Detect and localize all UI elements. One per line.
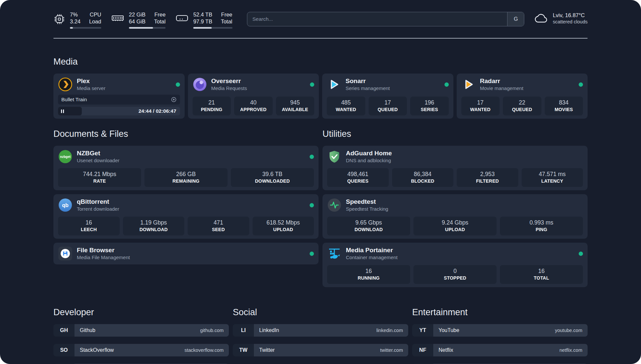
app-name: AdGuard Home <box>346 149 392 157</box>
utilities-column: Utilities AdGuard Home DNS and <box>322 129 588 287</box>
cpu-load: 3.24 <box>70 18 80 25</box>
app-name: qBittorrent <box>77 198 119 206</box>
sonarr-card[interactable]: Sonarr Series management 485 WANTED 17 Q… <box>322 74 453 119</box>
disk-free-label: Free <box>221 11 232 18</box>
stat-remaining: 266 GB REMAINING <box>144 168 228 187</box>
ram-free: 22 GiB <box>129 11 145 18</box>
search-engine-button[interactable]: G <box>507 12 524 26</box>
link-abbr: LI <box>233 324 254 337</box>
filebrowser-card[interactable]: File Browser Media File Management <box>53 243 319 264</box>
cpu-stat: 7%CPU 3.24Load <box>53 11 101 29</box>
overseerr-card[interactable]: Overseerr Media Requests 21 PENDING 40 A… <box>188 74 319 119</box>
weather-widget: Lviv, 16.87°C scattered clouds <box>534 12 588 25</box>
stat-blocked: 86,384 BLOCKED <box>392 168 454 187</box>
stat-movies: 834 MOVIES <box>545 97 583 115</box>
cpu-label: CPU <box>90 11 101 18</box>
search-bar[interactable]: G <box>247 12 525 26</box>
link-linkedin[interactable]: LI LinkedIn linkedin.com <box>233 324 408 337</box>
link-label: Twitter <box>259 347 275 353</box>
stat-running: 16 RUNNING <box>327 265 410 284</box>
stat-approved: 40 APPROVED <box>234 97 273 115</box>
stat-wanted: 17 WANTED <box>461 97 500 115</box>
now-playing-title: Bullet Train <box>61 97 87 103</box>
dashboard: 7%CPU 3.24Load 22 GiBFree 64 GiBTotal <box>0 0 641 364</box>
speedtest-icon <box>327 198 342 212</box>
disk-drive-icon <box>175 11 189 23</box>
status-dot <box>579 252 583 256</box>
link-url: twitter.com <box>380 348 403 353</box>
pause-button[interactable] <box>61 109 64 113</box>
system-stats: 7%CPU 3.24Load 22 GiBFree 64 GiBTotal <box>53 11 232 29</box>
app-name: File Browser <box>77 246 130 254</box>
playback-time: 24:44 / 02:06:47 <box>138 107 176 115</box>
entertainment-section: Entertainment YT YouTube youtube.com NF … <box>412 307 588 364</box>
stat-queued: 17 QUEUED <box>369 97 407 115</box>
qbittorrent-card[interactable]: qb qBittorrent Torrent downloader 16 LEE… <box>53 194 319 239</box>
link-github[interactable]: GH Github github.com <box>53 324 229 337</box>
plex-card[interactable]: Plex Media server Bullet Train <box>53 74 185 119</box>
disk-free: 52.4 TB <box>193 11 212 18</box>
stat-series: 196 SERIES <box>410 97 449 115</box>
app-desc: Movie management <box>480 85 524 92</box>
link-url: github.com <box>200 328 224 333</box>
link-abbr: YT <box>412 324 433 337</box>
ram-total: 64 GiB <box>129 18 145 25</box>
developer-section: Developer GH Github github.com SO StackO… <box>53 307 229 364</box>
svg-text:nzbget: nzbget <box>60 155 71 159</box>
stat-leech: 16 LEECH <box>58 217 120 235</box>
link-abbr: GH <box>53 324 75 337</box>
status-dot <box>444 82 449 87</box>
disk-total-label: Total <box>221 18 232 25</box>
stat-stopped: 0 STOPPED <box>413 265 497 284</box>
speedtest-card[interactable]: Speedtest Speedtest Tracking 9.65 Gbps D… <box>322 194 588 239</box>
app-desc: Container management <box>346 254 398 261</box>
stat-seed: 471 SEED <box>188 217 249 235</box>
weather-location: Lviv, 16.87°C <box>553 12 588 19</box>
app-desc: Media Requests <box>211 85 247 92</box>
link-twitter[interactable]: TW Twitter twitter.com <box>233 344 408 356</box>
header-divider <box>53 38 588 39</box>
adguard-card[interactable]: AdGuard Home DNS and adblocking 498,461 … <box>322 146 588 190</box>
social-section: Social LI LinkedIn linkedin.com TW Twitt… <box>233 307 408 356</box>
app-desc: Series management <box>346 85 390 92</box>
app-name: Radarr <box>480 77 524 85</box>
link-netflix[interactable]: NF Netflix netflix.com <box>412 344 588 356</box>
status-dot <box>579 82 583 87</box>
media-grid: Plex Media server Bullet Train <box>53 74 588 119</box>
stat-filtered: 2,953 FILTERED <box>457 168 518 187</box>
radarr-icon <box>461 77 476 92</box>
search-input[interactable] <box>247 12 507 26</box>
radarr-card[interactable]: Radarr Movie management 17 WANTED 22 QUE… <box>457 74 588 119</box>
circle-dot-icon <box>171 97 177 103</box>
ram-total-label: Total <box>154 18 166 25</box>
portainer-card[interactable]: Media Portainer Container management 16 … <box>322 243 588 287</box>
link-label: StackOverflow <box>80 347 114 353</box>
section-title-documents: Documents & Files <box>53 129 319 139</box>
link-label: Github <box>80 327 95 333</box>
filebrowser-icon <box>58 246 73 261</box>
app-desc: DNS and adblocking <box>346 157 392 164</box>
link-url: linkedin.com <box>376 328 403 333</box>
link-stackoverflow[interactable]: SO StackOverflow stackoverflow.com <box>53 344 229 356</box>
disk-stat: 52.4 TBFree 97.9 TBTotal <box>175 11 232 29</box>
svg-text:qb: qb <box>62 202 69 208</box>
nzbget-card[interactable]: nzbget NZBGet Usenet downloader 744.21 M… <box>53 146 319 190</box>
link-label: Netflix <box>439 347 453 353</box>
status-dot <box>310 252 314 256</box>
stat-pending: 21 PENDING <box>193 97 231 115</box>
stat-queued: 22 QUEUED <box>503 97 541 115</box>
portainer-icon <box>327 246 342 261</box>
overseerr-icon <box>193 77 207 92</box>
adguard-icon <box>327 149 342 164</box>
weather-condition: scattered clouds <box>553 19 588 25</box>
ram-progress-track <box>129 27 166 29</box>
link-url: stackoverflow.com <box>185 348 224 353</box>
stat-upload: 9.24 Gbps UPLOAD <box>413 217 497 235</box>
section-title-entertainment: Entertainment <box>412 307 588 318</box>
link-youtube[interactable]: YT YouTube youtube.com <box>412 324 588 337</box>
now-playing-row: Bullet Train <box>58 95 180 105</box>
stat-latency: 47.571 ms LATENCY <box>522 168 583 187</box>
stat-upload: 618.52 Mbps UPLOAD <box>253 217 314 235</box>
documents-column: Documents & Files nzbget NZBGet Usenet d… <box>53 129 319 264</box>
cpu-load-label: Load <box>89 18 101 25</box>
